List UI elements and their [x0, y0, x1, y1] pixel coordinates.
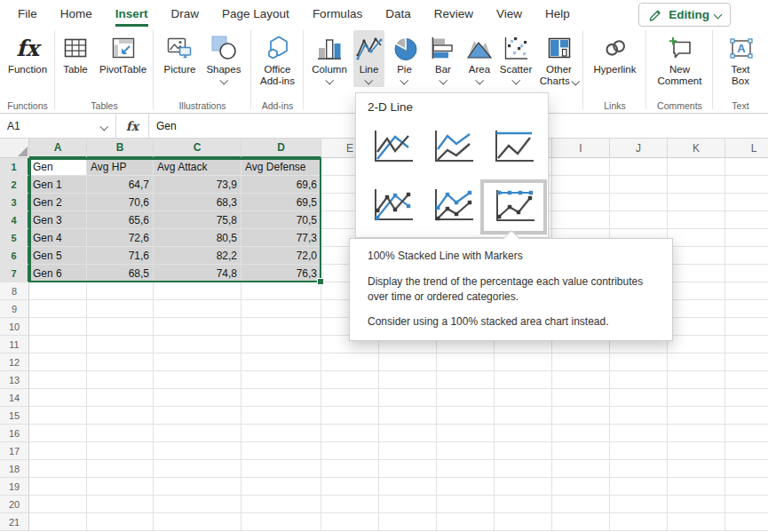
cell-A16[interactable]	[29, 425, 87, 442]
name-box[interactable]: A1	[0, 114, 116, 138]
cell-E13[interactable]	[321, 371, 379, 389]
cell-K1[interactable]	[668, 158, 725, 176]
cell-J20[interactable]	[610, 496, 668, 513]
cell-D20[interactable]	[241, 496, 321, 513]
tab-help[interactable]: Help	[545, 0, 570, 27]
cell-C21[interactable]	[154, 513, 241, 531]
cell-D8[interactable]	[241, 282, 321, 300]
cell-C16[interactable]	[154, 425, 241, 442]
pie-chart-button[interactable]: Pie	[384, 30, 424, 87]
cell-D1[interactable]: Avg Defense	[241, 158, 321, 176]
cell-A5[interactable]: Gen 4	[29, 229, 87, 247]
hyperlink-button[interactable]: Hyperlink	[590, 30, 641, 77]
cell-B2[interactable]: 64,7	[87, 176, 154, 194]
row-header-5[interactable]: 5	[0, 229, 29, 247]
cell-B16[interactable]	[87, 425, 154, 442]
cell-B4[interactable]: 65,6	[87, 211, 154, 229]
area-chart-button[interactable]: Area	[462, 30, 497, 87]
cell-D4[interactable]: 70,5	[241, 211, 321, 229]
column-header-I[interactable]: I	[552, 139, 610, 158]
cell-E19[interactable]	[321, 478, 379, 496]
cell-D15[interactable]	[241, 407, 321, 425]
cell-A1[interactable]: Gen	[29, 158, 87, 176]
cell-D17[interactable]	[241, 442, 321, 460]
cell-G16[interactable]	[437, 425, 495, 442]
tab-file[interactable]: File	[18, 0, 37, 27]
cell-G18[interactable]	[437, 460, 495, 478]
row-header-15[interactable]: 15	[0, 407, 29, 425]
cell-F17[interactable]	[379, 442, 437, 460]
cell-L4[interactable]	[725, 211, 768, 229]
cell-I19[interactable]	[552, 478, 610, 496]
row-header-20[interactable]: 20	[0, 496, 29, 513]
cell-K4[interactable]	[668, 211, 725, 229]
cell-C4[interactable]: 75,8	[154, 211, 241, 229]
cell-L11[interactable]	[725, 336, 768, 353]
chart-option-100-stacked-line[interactable]	[489, 127, 536, 168]
cell-L3[interactable]	[725, 194, 768, 211]
cell-B7[interactable]: 68,5	[87, 265, 154, 282]
cell-L2[interactable]	[725, 176, 768, 194]
cell-C18[interactable]	[154, 460, 241, 478]
cell-C9[interactable]	[154, 300, 241, 318]
cell-I21[interactable]	[552, 513, 610, 531]
cell-G13[interactable]	[437, 371, 495, 389]
shapes-button[interactable]: Shapes	[202, 30, 245, 87]
cell-H19[interactable]	[495, 478, 552, 496]
cell-G20[interactable]	[437, 496, 495, 513]
cell-C3[interactable]: 68,3	[154, 194, 241, 211]
row-header-4[interactable]: 4	[0, 211, 29, 229]
cell-H14[interactable]	[495, 389, 552, 407]
table-button[interactable]: Table	[58, 30, 93, 77]
cell-A12[interactable]	[29, 353, 87, 371]
cell-L10[interactable]	[725, 318, 768, 336]
cell-D6[interactable]: 72,0	[241, 247, 321, 265]
cell-D18[interactable]	[241, 460, 321, 478]
cell-C8[interactable]	[154, 282, 241, 300]
row-header-9[interactable]: 9	[0, 300, 29, 318]
cell-J21[interactable]	[610, 513, 668, 531]
cell-J4[interactable]	[610, 211, 668, 229]
tab-home[interactable]: Home	[60, 0, 92, 27]
cell-I16[interactable]	[552, 425, 610, 442]
scatter-chart-button[interactable]: Scatter	[497, 30, 534, 87]
row-header-1[interactable]: 1	[0, 158, 29, 176]
cell-F18[interactable]	[379, 460, 437, 478]
cell-I18[interactable]	[552, 460, 610, 478]
cell-I14[interactable]	[552, 389, 610, 407]
cell-G21[interactable]	[437, 513, 495, 531]
cell-B11[interactable]	[87, 336, 154, 353]
cell-J16[interactable]	[610, 425, 668, 442]
cell-L19[interactable]	[725, 478, 768, 496]
cell-I3[interactable]	[552, 194, 610, 211]
tab-page-layout[interactable]: Page Layout	[222, 0, 289, 27]
cell-H12[interactable]	[495, 353, 552, 371]
cell-E18[interactable]	[321, 460, 379, 478]
cell-B10[interactable]	[87, 318, 154, 336]
cell-G15[interactable]	[437, 407, 495, 425]
cell-J19[interactable]	[610, 478, 668, 496]
cell-B18[interactable]	[87, 460, 154, 478]
office-addins-button[interactable]: Office Add-ins	[256, 30, 299, 89]
cell-H13[interactable]	[495, 371, 552, 389]
cell-L15[interactable]	[725, 407, 768, 425]
cell-I12[interactable]	[552, 353, 610, 371]
cell-D11[interactable]	[241, 336, 321, 353]
cell-I17[interactable]	[552, 442, 610, 460]
row-header-10[interactable]: 10	[0, 318, 29, 336]
cell-D3[interactable]: 69,5	[241, 194, 321, 211]
cell-D10[interactable]	[241, 318, 321, 336]
cell-H18[interactable]	[495, 460, 552, 478]
cell-B3[interactable]: 70,6	[87, 194, 154, 211]
column-header-C[interactable]: C	[154, 139, 241, 158]
cell-C11[interactable]	[154, 336, 241, 353]
cell-D5[interactable]: 77,3	[241, 229, 321, 247]
cell-B14[interactable]	[87, 389, 154, 407]
cell-C14[interactable]	[154, 389, 241, 407]
cell-F12[interactable]	[379, 353, 437, 371]
column-header-B[interactable]: B	[87, 139, 154, 158]
chart-option-line[interactable]	[368, 127, 416, 168]
cell-C6[interactable]: 82,2	[154, 247, 241, 265]
cell-A15[interactable]	[29, 407, 87, 425]
function-button[interactable]: fx Function	[4, 30, 51, 77]
